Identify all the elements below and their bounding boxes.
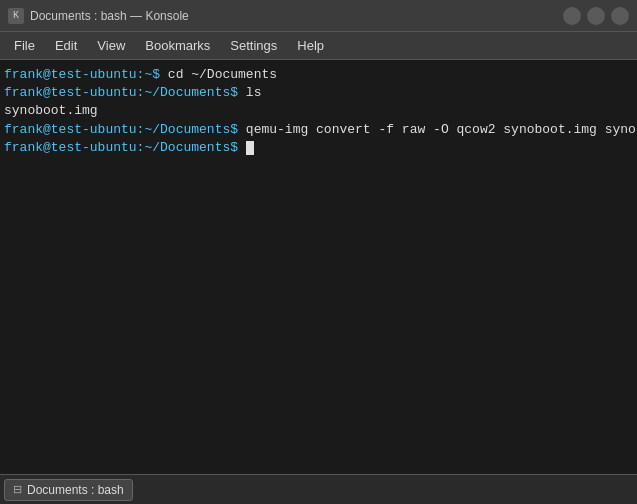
taskbar-item-icon: ⊟: [13, 483, 22, 496]
menu-item-view[interactable]: View: [87, 34, 135, 57]
prompt-text: frank@test-ubuntu:~$: [4, 67, 168, 82]
title-bar: K Documents : bash — Konsole: [0, 0, 637, 32]
terminal-line-3: frank@test-ubuntu:~/Documents$ qemu-img …: [4, 121, 633, 139]
output-text: synoboot.img: [4, 103, 98, 118]
prompt-text: frank@test-ubuntu:~/Documents$: [4, 122, 246, 137]
active-prompt-text: frank@test-ubuntu:~/Documents$: [4, 140, 246, 155]
terminal-line-2: synoboot.img: [4, 102, 633, 120]
menu-item-file[interactable]: File: [4, 34, 45, 57]
terminal-line-0: frank@test-ubuntu:~$ cd ~/Documents: [4, 66, 633, 84]
title-bar-left: K Documents : bash — Konsole: [8, 8, 189, 24]
command-text: qemu-img convert -f raw -O qcow2 synoboo…: [246, 122, 637, 137]
minimize-button[interactable]: [563, 7, 581, 25]
taskbar: ⊟ Documents : bash: [0, 474, 637, 504]
menu-item-edit[interactable]: Edit: [45, 34, 87, 57]
prompt-text: frank@test-ubuntu:~/Documents$: [4, 85, 246, 100]
window-title: Documents : bash — Konsole: [30, 9, 189, 23]
menu-bar: FileEditViewBookmarksSettingsHelp: [0, 32, 637, 60]
window-controls: [563, 7, 629, 25]
menu-item-help[interactable]: Help: [287, 34, 334, 57]
terminal-line-4: frank@test-ubuntu:~/Documents$: [4, 139, 633, 157]
app-icon: K: [8, 8, 24, 24]
taskbar-item[interactable]: ⊟ Documents : bash: [4, 479, 133, 501]
menu-item-settings[interactable]: Settings: [220, 34, 287, 57]
terminal-line-1: frank@test-ubuntu:~/Documents$ ls: [4, 84, 633, 102]
close-button[interactable]: [611, 7, 629, 25]
terminal-area[interactable]: frank@test-ubuntu:~$ cd ~/Documentsfrank…: [0, 60, 637, 474]
menu-item-bookmarks[interactable]: Bookmarks: [135, 34, 220, 57]
taskbar-item-label: Documents : bash: [27, 483, 124, 497]
command-text: ls: [246, 85, 262, 100]
command-text: cd ~/Documents: [168, 67, 277, 82]
maximize-button[interactable]: [587, 7, 605, 25]
terminal-cursor: [246, 141, 254, 155]
